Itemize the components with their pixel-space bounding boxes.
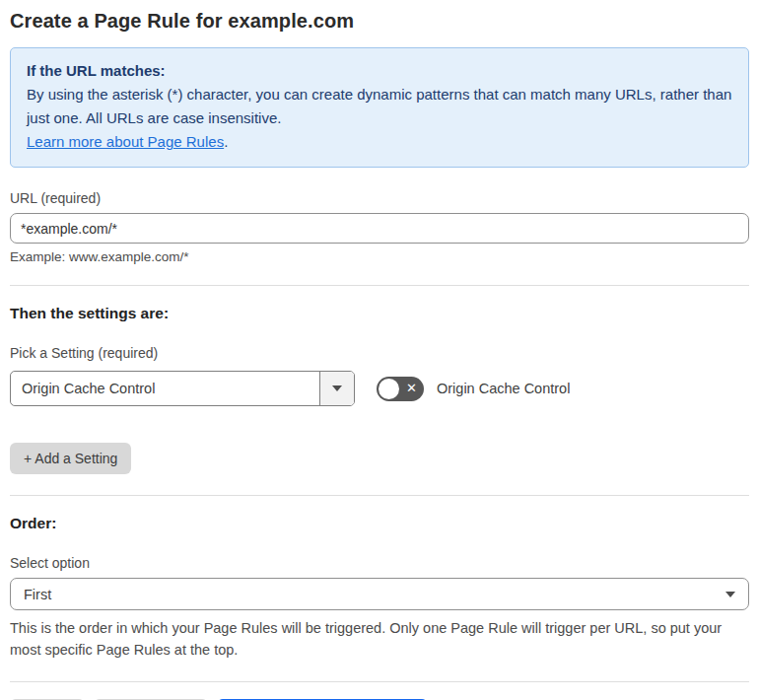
divider [10,285,749,286]
origin-cache-control-toggle[interactable]: ✕ [377,377,424,401]
add-setting-button[interactable]: + Add a Setting [10,443,131,474]
learn-more-link[interactable]: Learn more about Page Rules [27,133,224,150]
toggle-off-x-icon: ✕ [406,382,417,394]
order-section-heading: Order: [10,515,749,532]
url-match-info-callout: If the URL matches: By using the asteris… [10,47,749,168]
info-heading: If the URL matches: [27,59,732,83]
order-select-value: First [24,587,725,602]
chevron-down-icon [332,385,342,391]
info-body-text: By using the asterisk (*) character, you… [27,83,732,130]
order-select-dropdown[interactable]: First [10,578,749,610]
setting-picker-label: Pick a Setting (required) [10,345,749,361]
settings-section-heading: Then the settings are: [10,305,749,322]
toggle-knob [379,379,399,399]
url-input[interactable] [10,213,749,244]
chevron-down-icon [725,592,735,597]
url-field-label: URL (required) [10,190,749,206]
url-example-text: Example: www.example.com/* [10,249,749,264]
setting-picker-dropdown[interactable]: Origin Cache Control [10,371,355,406]
setting-row: Origin Cache Control ✕ Origin Cache Cont… [10,371,749,406]
divider [10,681,749,682]
order-help-text: This is the order in which your Page Rul… [10,617,739,661]
divider [10,495,749,496]
info-link-line: Learn more about Page Rules. [27,130,732,154]
link-suffix: . [224,133,228,150]
setting-picker-arrow-button[interactable] [319,372,354,405]
page-title: Create a Page Rule for example.com [10,8,749,33]
setting-picker-value: Origin Cache Control [11,372,319,405]
toggle-label: Origin Cache Control [437,381,570,396]
order-select-label: Select option [10,555,749,571]
